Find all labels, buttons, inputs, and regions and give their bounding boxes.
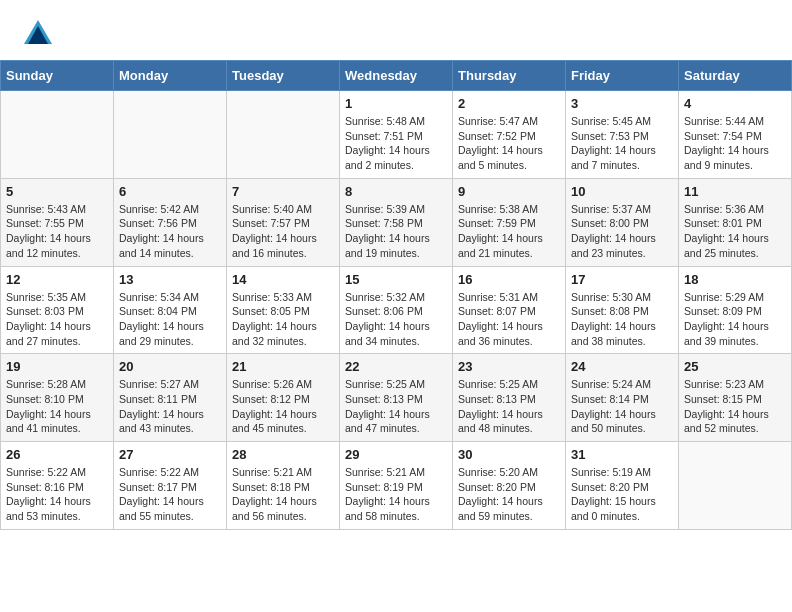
day-number: 22	[345, 359, 447, 374]
day-number: 23	[458, 359, 560, 374]
calendar-week-row: 12Sunrise: 5:35 AM Sunset: 8:03 PM Dayli…	[1, 266, 792, 354]
day-detail: Sunrise: 5:35 AM Sunset: 8:03 PM Dayligh…	[6, 290, 108, 349]
calendar-week-row: 1Sunrise: 5:48 AM Sunset: 7:51 PM Daylig…	[1, 91, 792, 179]
calendar-cell	[114, 91, 227, 179]
calendar-cell: 1Sunrise: 5:48 AM Sunset: 7:51 PM Daylig…	[340, 91, 453, 179]
calendar-day-header: Saturday	[679, 61, 792, 91]
day-detail: Sunrise: 5:42 AM Sunset: 7:56 PM Dayligh…	[119, 202, 221, 261]
day-detail: Sunrise: 5:26 AM Sunset: 8:12 PM Dayligh…	[232, 377, 334, 436]
day-detail: Sunrise: 5:36 AM Sunset: 8:01 PM Dayligh…	[684, 202, 786, 261]
calendar-cell: 14Sunrise: 5:33 AM Sunset: 8:05 PM Dayli…	[227, 266, 340, 354]
day-detail: Sunrise: 5:38 AM Sunset: 7:59 PM Dayligh…	[458, 202, 560, 261]
day-number: 6	[119, 184, 221, 199]
calendar-cell: 9Sunrise: 5:38 AM Sunset: 7:59 PM Daylig…	[453, 178, 566, 266]
day-detail: Sunrise: 5:21 AM Sunset: 8:19 PM Dayligh…	[345, 465, 447, 524]
calendar-cell: 3Sunrise: 5:45 AM Sunset: 7:53 PM Daylig…	[566, 91, 679, 179]
day-number: 11	[684, 184, 786, 199]
day-number: 4	[684, 96, 786, 111]
calendar-cell: 21Sunrise: 5:26 AM Sunset: 8:12 PM Dayli…	[227, 354, 340, 442]
logo	[20, 16, 60, 52]
day-number: 15	[345, 272, 447, 287]
day-number: 13	[119, 272, 221, 287]
day-detail: Sunrise: 5:37 AM Sunset: 8:00 PM Dayligh…	[571, 202, 673, 261]
calendar-cell: 8Sunrise: 5:39 AM Sunset: 7:58 PM Daylig…	[340, 178, 453, 266]
day-detail: Sunrise: 5:33 AM Sunset: 8:05 PM Dayligh…	[232, 290, 334, 349]
day-detail: Sunrise: 5:25 AM Sunset: 8:13 PM Dayligh…	[458, 377, 560, 436]
day-number: 25	[684, 359, 786, 374]
day-detail: Sunrise: 5:30 AM Sunset: 8:08 PM Dayligh…	[571, 290, 673, 349]
calendar-cell: 13Sunrise: 5:34 AM Sunset: 8:04 PM Dayli…	[114, 266, 227, 354]
calendar-cell: 30Sunrise: 5:20 AM Sunset: 8:20 PM Dayli…	[453, 442, 566, 530]
day-number: 18	[684, 272, 786, 287]
calendar-cell: 31Sunrise: 5:19 AM Sunset: 8:20 PM Dayli…	[566, 442, 679, 530]
calendar-cell: 26Sunrise: 5:22 AM Sunset: 8:16 PM Dayli…	[1, 442, 114, 530]
day-number: 30	[458, 447, 560, 462]
day-detail: Sunrise: 5:44 AM Sunset: 7:54 PM Dayligh…	[684, 114, 786, 173]
calendar-cell: 22Sunrise: 5:25 AM Sunset: 8:13 PM Dayli…	[340, 354, 453, 442]
day-detail: Sunrise: 5:25 AM Sunset: 8:13 PM Dayligh…	[345, 377, 447, 436]
day-number: 20	[119, 359, 221, 374]
calendar-header-row: SundayMondayTuesdayWednesdayThursdayFrid…	[1, 61, 792, 91]
calendar-cell: 12Sunrise: 5:35 AM Sunset: 8:03 PM Dayli…	[1, 266, 114, 354]
day-detail: Sunrise: 5:48 AM Sunset: 7:51 PM Dayligh…	[345, 114, 447, 173]
day-number: 8	[345, 184, 447, 199]
day-number: 10	[571, 184, 673, 199]
calendar-week-row: 26Sunrise: 5:22 AM Sunset: 8:16 PM Dayli…	[1, 442, 792, 530]
calendar-cell: 25Sunrise: 5:23 AM Sunset: 8:15 PM Dayli…	[679, 354, 792, 442]
day-number: 16	[458, 272, 560, 287]
day-number: 12	[6, 272, 108, 287]
day-number: 1	[345, 96, 447, 111]
day-detail: Sunrise: 5:32 AM Sunset: 8:06 PM Dayligh…	[345, 290, 447, 349]
day-number: 7	[232, 184, 334, 199]
day-number: 9	[458, 184, 560, 199]
day-number: 2	[458, 96, 560, 111]
calendar-cell: 19Sunrise: 5:28 AM Sunset: 8:10 PM Dayli…	[1, 354, 114, 442]
day-number: 19	[6, 359, 108, 374]
calendar-day-header: Sunday	[1, 61, 114, 91]
calendar-day-header: Wednesday	[340, 61, 453, 91]
calendar-week-row: 19Sunrise: 5:28 AM Sunset: 8:10 PM Dayli…	[1, 354, 792, 442]
calendar-cell: 11Sunrise: 5:36 AM Sunset: 8:01 PM Dayli…	[679, 178, 792, 266]
day-number: 29	[345, 447, 447, 462]
day-detail: Sunrise: 5:23 AM Sunset: 8:15 PM Dayligh…	[684, 377, 786, 436]
calendar-cell: 23Sunrise: 5:25 AM Sunset: 8:13 PM Dayli…	[453, 354, 566, 442]
calendar-week-row: 5Sunrise: 5:43 AM Sunset: 7:55 PM Daylig…	[1, 178, 792, 266]
calendar-cell	[1, 91, 114, 179]
day-detail: Sunrise: 5:22 AM Sunset: 8:17 PM Dayligh…	[119, 465, 221, 524]
calendar-cell: 29Sunrise: 5:21 AM Sunset: 8:19 PM Dayli…	[340, 442, 453, 530]
day-number: 28	[232, 447, 334, 462]
day-number: 17	[571, 272, 673, 287]
calendar-day-header: Thursday	[453, 61, 566, 91]
calendar-cell: 10Sunrise: 5:37 AM Sunset: 8:00 PM Dayli…	[566, 178, 679, 266]
logo-icon	[20, 16, 56, 52]
calendar-cell: 4Sunrise: 5:44 AM Sunset: 7:54 PM Daylig…	[679, 91, 792, 179]
calendar-cell: 6Sunrise: 5:42 AM Sunset: 7:56 PM Daylig…	[114, 178, 227, 266]
calendar-cell: 28Sunrise: 5:21 AM Sunset: 8:18 PM Dayli…	[227, 442, 340, 530]
day-detail: Sunrise: 5:28 AM Sunset: 8:10 PM Dayligh…	[6, 377, 108, 436]
page-header	[0, 0, 792, 60]
calendar-cell: 20Sunrise: 5:27 AM Sunset: 8:11 PM Dayli…	[114, 354, 227, 442]
day-detail: Sunrise: 5:40 AM Sunset: 7:57 PM Dayligh…	[232, 202, 334, 261]
day-number: 31	[571, 447, 673, 462]
day-number: 14	[232, 272, 334, 287]
calendar-cell: 2Sunrise: 5:47 AM Sunset: 7:52 PM Daylig…	[453, 91, 566, 179]
calendar-cell: 27Sunrise: 5:22 AM Sunset: 8:17 PM Dayli…	[114, 442, 227, 530]
day-detail: Sunrise: 5:20 AM Sunset: 8:20 PM Dayligh…	[458, 465, 560, 524]
calendar-cell: 24Sunrise: 5:24 AM Sunset: 8:14 PM Dayli…	[566, 354, 679, 442]
day-detail: Sunrise: 5:31 AM Sunset: 8:07 PM Dayligh…	[458, 290, 560, 349]
calendar-cell: 5Sunrise: 5:43 AM Sunset: 7:55 PM Daylig…	[1, 178, 114, 266]
day-detail: Sunrise: 5:27 AM Sunset: 8:11 PM Dayligh…	[119, 377, 221, 436]
calendar-cell: 7Sunrise: 5:40 AM Sunset: 7:57 PM Daylig…	[227, 178, 340, 266]
day-number: 27	[119, 447, 221, 462]
day-number: 3	[571, 96, 673, 111]
day-detail: Sunrise: 5:29 AM Sunset: 8:09 PM Dayligh…	[684, 290, 786, 349]
calendar-cell: 16Sunrise: 5:31 AM Sunset: 8:07 PM Dayli…	[453, 266, 566, 354]
calendar-cell: 15Sunrise: 5:32 AM Sunset: 8:06 PM Dayli…	[340, 266, 453, 354]
calendar-cell	[679, 442, 792, 530]
day-detail: Sunrise: 5:34 AM Sunset: 8:04 PM Dayligh…	[119, 290, 221, 349]
day-detail: Sunrise: 5:21 AM Sunset: 8:18 PM Dayligh…	[232, 465, 334, 524]
calendar-day-header: Monday	[114, 61, 227, 91]
day-detail: Sunrise: 5:24 AM Sunset: 8:14 PM Dayligh…	[571, 377, 673, 436]
calendar-cell: 18Sunrise: 5:29 AM Sunset: 8:09 PM Dayli…	[679, 266, 792, 354]
day-number: 24	[571, 359, 673, 374]
